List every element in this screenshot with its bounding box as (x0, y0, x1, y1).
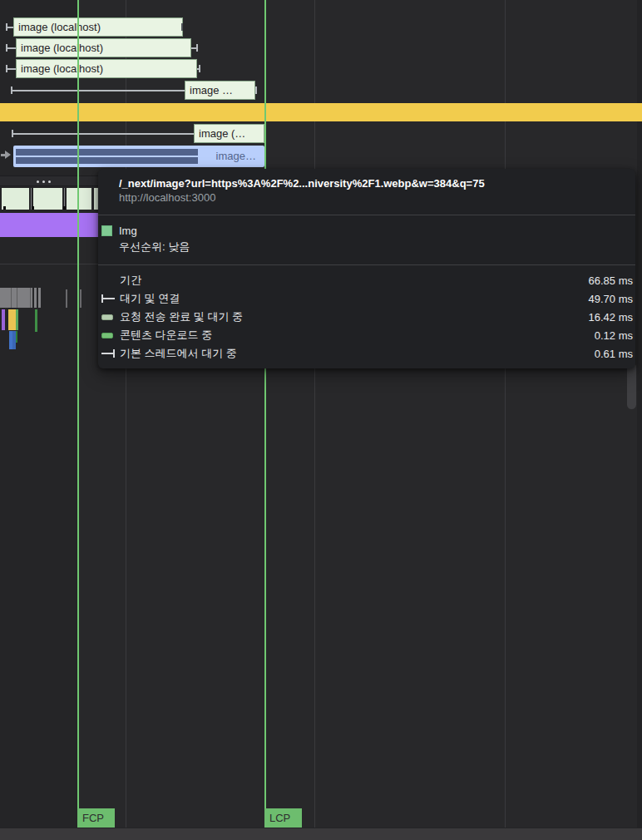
request-type: Img (119, 224, 137, 238)
fcp-marker-line (77, 0, 79, 809)
request-whisker-cap (181, 23, 183, 31)
time-gridline (126, 0, 126, 828)
tooltip-divider (98, 215, 635, 215)
timing-row: 대기 및 연결 49.70 ms (98, 289, 635, 308)
img-type-swatch-icon (101, 225, 112, 236)
task-seam (11, 288, 12, 308)
request-url: /_next/image?url=https%3A%2F%2...niversi… (119, 176, 630, 190)
pale-green-swatch-icon (101, 308, 116, 326)
timing-label: 기본 스레드에서 대기 중 (120, 346, 595, 361)
timing-row: 콘텐츠 다운로드 중 0.12 ms (98, 326, 635, 344)
layout-shift-bar[interactable] (0, 213, 98, 237)
request-label: image (localhost) (21, 42, 103, 54)
timing-rows: 기간 66.85 ms 대기 및 연결 49.70 ms 요청 전송 완료 및 … (98, 271, 635, 363)
flame-event-green[interactable] (16, 309, 18, 330)
fcp-badge[interactable]: FCP (77, 808, 115, 828)
track-config-strip (0, 175, 98, 186)
more-options-icon[interactable] (37, 180, 51, 183)
request-phase-bar (16, 149, 198, 156)
network-request-bar[interactable]: image (localhost) (16, 59, 197, 78)
network-request-bar[interactable]: image (localhost) (13, 17, 183, 37)
network-request-bar[interactable]: image (… (194, 124, 264, 143)
main-thread-task[interactable] (80, 289, 81, 308)
request-priority: 우선순위: 낮음 (119, 240, 190, 254)
timing-row: 기간 66.85 ms (98, 271, 635, 289)
timing-value: 49.70 ms (589, 293, 633, 305)
request-whisker-cap (199, 65, 200, 72)
request-whisker-line (6, 27, 13, 28)
right-whisker-icon (101, 344, 116, 363)
timing-value: 0.61 ms (595, 348, 633, 360)
request-label: image (localhost) (18, 21, 101, 33)
request-origin: http://localhost:3000 (119, 190, 630, 205)
flame-event-purple[interactable] (2, 309, 5, 330)
request-label: image … (190, 84, 233, 96)
request-whisker-cap (196, 44, 198, 52)
pre-fcp-shade (0, 0, 77, 828)
timing-row: 요청 전송 완료 및 대기 중 16.42 ms (98, 308, 635, 326)
timing-label: 콘텐츠 다운로드 중 (120, 328, 595, 343)
fcp-badge-label: FCP (82, 812, 104, 824)
request-label: image… (216, 146, 256, 167)
long-task-bar[interactable] (0, 103, 642, 121)
time-gridline (314, 0, 315, 828)
frame-tick (63, 206, 66, 210)
flame-event-blue[interactable] (12, 331, 16, 349)
frame-segment[interactable] (67, 188, 91, 210)
lcp-badge-label: LCP (269, 812, 290, 824)
request-details-tooltip: /_next/image?url=https%3A%2F%2...niversi… (98, 169, 635, 368)
request-whisker-cap (255, 86, 257, 94)
timing-label: 대기 및 연결 (120, 291, 589, 306)
timing-label: 요청 전송 완료 및 대기 중 (120, 309, 589, 324)
flame-event-blue[interactable] (9, 331, 12, 349)
lcp-badge[interactable]: LCP (264, 808, 302, 828)
flame-event-green[interactable] (35, 309, 37, 332)
network-request-bar[interactable]: image (localhost) (16, 38, 191, 57)
frame-segment[interactable] (33, 188, 62, 210)
timing-value: 16.42 ms (589, 311, 633, 324)
timing-value: 0.12 ms (595, 329, 633, 342)
frame-tick (3, 206, 6, 210)
tooltip-divider (98, 264, 635, 265)
main-thread-task[interactable] (38, 288, 41, 308)
flame-event-green[interactable] (16, 331, 17, 343)
request-phase-bar (16, 157, 198, 164)
request-whisker-line (6, 47, 16, 49)
no-icon (101, 271, 116, 289)
timing-label: 기간 (120, 273, 589, 288)
request-whisker-line (6, 68, 16, 70)
network-request-bar[interactable]: image … (185, 81, 255, 100)
scrollbar-gutter (637, 0, 642, 828)
left-whisker-icon (101, 289, 116, 308)
timing-row: 기본 스레드에서 대기 중 0.61 ms (98, 344, 635, 363)
main-thread-task[interactable] (34, 288, 37, 308)
timing-value: 66.85 ms (589, 274, 633, 287)
task-seam (17, 288, 17, 308)
flame-event-yellow[interactable] (8, 309, 16, 330)
request-label: image (localhost) (21, 62, 103, 75)
lcp-marker-line (264, 0, 266, 809)
selected-network-request-bar[interactable]: image… (13, 146, 264, 167)
track-separator (0, 264, 98, 264)
main-thread-task[interactable] (66, 289, 67, 308)
performance-panel: image (localhost) image (localhost) imag… (0, 0, 642, 840)
task-seam (30, 288, 31, 308)
vertical-scrollbar-thumb[interactable] (627, 363, 636, 409)
panel-splitter-bar[interactable] (0, 828, 642, 840)
request-label: image (… (199, 127, 245, 140)
green-swatch-icon (101, 326, 116, 344)
frame-tick (32, 206, 34, 210)
time-gridline (505, 0, 506, 828)
